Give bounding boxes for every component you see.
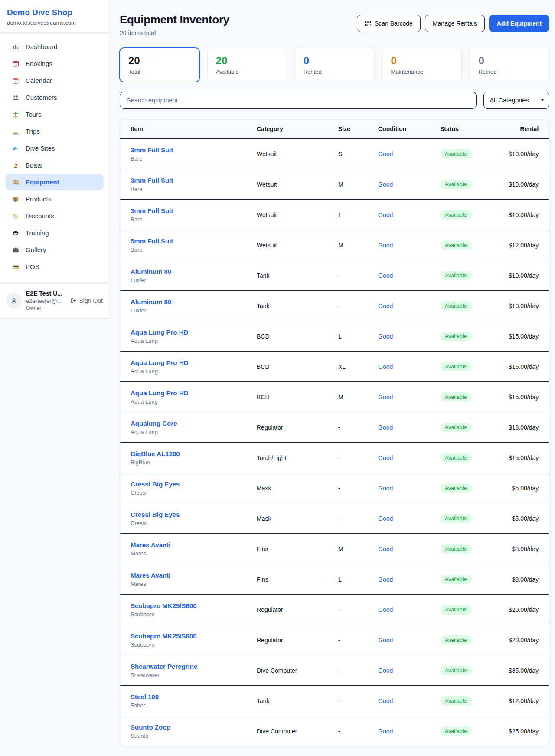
item-name-link[interactable]: Aqualung Core (131, 420, 177, 427)
item-name-link[interactable]: 3mm Full Suit (131, 207, 173, 214)
item-condition-link[interactable]: Good (378, 576, 437, 583)
item-name-link[interactable]: 5mm Full Suit (131, 237, 173, 245)
item-brand: Suunto (131, 733, 253, 739)
table-row[interactable]: 3mm Full Suit Bare Wetsuit M Good Availa… (120, 169, 549, 200)
item-condition-link[interactable]: Good (378, 637, 437, 644)
item-condition-link[interactable]: Good (378, 363, 437, 370)
item-condition-link[interactable]: Good (378, 454, 437, 461)
item-condition-link[interactable]: Good (378, 546, 437, 552)
stat-card-total[interactable]: 20 Total (120, 48, 199, 82)
item-size: M (338, 181, 375, 188)
table-row[interactable]: Steel 100 Faber Tank - Good Available $1… (120, 686, 549, 716)
item-condition-link[interactable]: Good (378, 424, 437, 431)
item-condition-link[interactable]: Good (378, 606, 437, 613)
item-brand: Faber (131, 702, 253, 709)
table-row[interactable]: Mares Avanti Mares Fins M Good Available… (120, 534, 549, 564)
item-rental-rate: $5.00/day (509, 485, 539, 492)
item-name-link[interactable]: Aqua Lung Pro HD (131, 389, 188, 397)
sidebar-item-products[interactable]: Products (5, 191, 104, 207)
category-select[interactable]: All Categories (483, 92, 549, 109)
item-name-link[interactable]: Steel 100 (131, 693, 159, 700)
item-name-link[interactable]: Aqua Lung Pro HD (131, 359, 188, 366)
calendar-date-icon: 17 (11, 60, 20, 67)
item-rental-rate: $10.00/day (509, 272, 539, 279)
item-name-link[interactable]: BigBlue AL1200 (131, 450, 180, 457)
table-row[interactable]: Cressi Big Eyes Cressi Mask - Good Avail… (120, 503, 549, 534)
item-name-link[interactable]: Scubapro MK25/S600 (131, 632, 197, 640)
item-condition-link[interactable]: Good (378, 728, 437, 735)
sidebar-item-discounts[interactable]: Discounts (5, 208, 104, 224)
sidebar-item-trips[interactable]: Trips (5, 123, 104, 139)
table-row[interactable]: Aqua Lung Pro HD Aqua Lung BCD M Good Av… (120, 382, 549, 412)
item-condition-link[interactable]: Good (378, 667, 437, 674)
item-condition-link[interactable]: Good (378, 485, 437, 492)
item-rental-rate: $35.00/day (509, 667, 539, 674)
sidebar-item-gallery[interactable]: Gallery (5, 242, 104, 258)
sidebar-item-bookings[interactable]: 17 Bookings (5, 56, 104, 72)
item-condition-link[interactable]: Good (378, 394, 437, 401)
brand-name[interactable]: Demo Dive Shop (7, 8, 102, 17)
credit-card-icon (11, 263, 20, 270)
item-condition-link[interactable]: Good (378, 302, 437, 309)
sign-out-button[interactable]: Sign Out (70, 297, 103, 304)
table-row[interactable]: Aluminum 80 Luxfer Tank - Good Available… (120, 260, 549, 291)
item-size: M (338, 242, 375, 249)
table-row[interactable]: 5mm Full Suit Bare Wetsuit M Good Availa… (120, 230, 549, 260)
sidebar-item-boats[interactable]: Boats (5, 157, 104, 173)
sidebar-item-pos[interactable]: POS (5, 259, 104, 275)
item-size: - (338, 697, 375, 704)
sidebar-item-tours[interactable]: Tours (5, 106, 104, 122)
item-name-link[interactable]: Cressi Big Eyes (131, 511, 180, 518)
item-name-link[interactable]: Suunto Zoop (131, 723, 170, 731)
stat-card-maintenance[interactable]: 0 Maintenance (382, 48, 462, 82)
item-condition-link[interactable]: Good (378, 181, 437, 188)
stat-card-available[interactable]: 20 Available (207, 48, 287, 82)
sidebar-item-calendar[interactable]: Calendar (5, 72, 104, 89)
table-row[interactable]: Scubapro MK25/S600 Scubapro Regulator - … (120, 625, 549, 655)
item-condition-link[interactable]: Good (378, 211, 437, 218)
item-name-link[interactable]: Aluminum 80 (131, 298, 171, 306)
table-row[interactable]: 3mm Full Suit Bare Wetsuit L Good Availa… (120, 200, 549, 230)
item-condition-link[interactable]: Good (378, 697, 437, 704)
item-rental-rate: $8.00/day (509, 546, 539, 552)
table-row[interactable]: Suunto Zoop Suunto Dive Computer - Good … (120, 716, 549, 746)
item-condition-link[interactable]: Good (378, 151, 437, 158)
table-row[interactable]: Mares Avanti Mares Fins L Good Available… (120, 564, 549, 595)
table-row[interactable]: 3mm Full Suit Bare Wetsuit S Good Availa… (120, 139, 549, 169)
sidebar-item-equipment[interactable]: Equipment (5, 174, 104, 190)
manage-rentals-button[interactable]: Manage Rentals (425, 15, 485, 32)
sidebar-item-training[interactable]: Training (5, 225, 104, 241)
table-row[interactable]: Shearwater Peregrine Shearwater Dive Com… (120, 655, 549, 686)
stat-card-rented[interactable]: 0 Rented (295, 48, 375, 82)
search-input[interactable] (120, 92, 477, 109)
table-row[interactable]: BigBlue AL1200 BigBlue Torch/Light - Goo… (120, 443, 549, 473)
table-row[interactable]: Aqua Lung Pro HD Aqua Lung BCD L Good Av… (120, 321, 549, 352)
item-name-link[interactable]: Aqua Lung Pro HD (131, 329, 188, 336)
status-badge: Available (440, 392, 472, 402)
item-name-link[interactable]: 3mm Full Suit (131, 146, 173, 154)
item-name-link[interactable]: Mares Avanti (131, 541, 170, 549)
table-row[interactable]: Scubapro MK25/S600 Scubapro Regulator - … (120, 595, 549, 625)
table-row[interactable]: Aluminum 80 Luxfer Tank - Good Available… (120, 291, 549, 321)
item-size: - (338, 515, 375, 522)
item-condition-link[interactable]: Good (378, 515, 437, 522)
table-row[interactable]: Aqualung Core Aqua Lung Regulator - Good… (120, 412, 549, 443)
table-row[interactable]: Cressi Big Eyes Cressi Mask - Good Avail… (120, 473, 549, 503)
item-size: L (338, 576, 375, 583)
item-condition-link[interactable]: Good (378, 333, 437, 340)
table-row[interactable]: Aqua Lung Pro HD Aqua Lung BCD XL Good A… (120, 352, 549, 382)
item-name-link[interactable]: Mares Avanti (131, 572, 170, 579)
stat-card-retired[interactable]: 0 Retired (470, 48, 549, 82)
sidebar-item-dive-sites[interactable]: Dive Sites (5, 140, 104, 156)
sidebar-item-dashboard[interactable]: Dashboard (5, 39, 104, 55)
item-condition-link[interactable]: Good (378, 272, 437, 279)
item-name-link[interactable]: Aluminum 80 (131, 268, 171, 275)
item-condition-link[interactable]: Good (378, 242, 437, 249)
item-name-link[interactable]: 3mm Full Suit (131, 177, 173, 184)
item-name-link[interactable]: Scubapro MK25/S600 (131, 602, 197, 609)
sidebar-item-customers[interactable]: Customers (5, 89, 104, 105)
item-name-link[interactable]: Cressi Big Eyes (131, 480, 180, 488)
item-name-link[interactable]: Shearwater Peregrine (131, 663, 197, 670)
scan-barcode-button[interactable]: Scan Barcode (357, 15, 421, 32)
add-equipment-button[interactable]: Add Equipment (489, 15, 549, 32)
